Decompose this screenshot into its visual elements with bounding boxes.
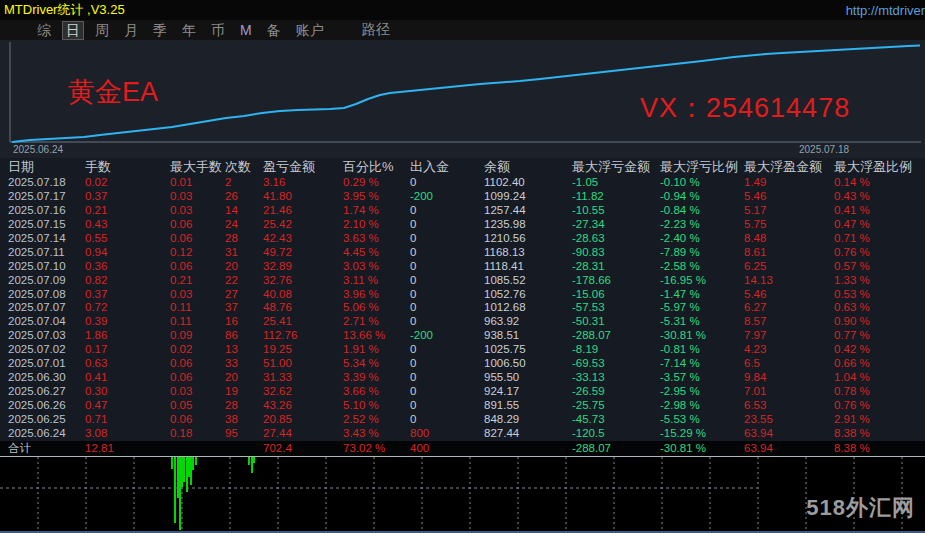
cell: 0 (410, 218, 484, 232)
cell: 1.91 % (343, 343, 410, 357)
cell: 0.06 (170, 260, 225, 274)
cell: 41.80 (263, 190, 343, 204)
column-header: 次数 (225, 158, 263, 176)
cell: 26 (225, 190, 263, 204)
table-row: 2025.06.300.410.062031.333.39 %0955.50-3… (0, 371, 925, 385)
cell: 33 (225, 357, 263, 371)
drawdown-canvas (0, 457, 925, 531)
cell: 2.52 % (343, 413, 410, 427)
menu-item-周[interactable]: 周 (92, 22, 112, 39)
menu-bar: 综日周月季年币M备账户 路径 (0, 20, 925, 40)
menu-item-M[interactable]: M (237, 22, 255, 39)
drawdown-bar (190, 457, 192, 485)
table-row: 2025.07.160.210.031421.461.74 %01257.44-… (0, 204, 925, 218)
app-url-link[interactable]: http://mtdriver. (846, 3, 925, 18)
cell: 32.76 (263, 274, 343, 288)
cell: 5.06 % (343, 301, 410, 315)
table-row: 2025.07.170.370.032641.803.95 %-2001099.… (0, 190, 925, 204)
cell: 19.25 (263, 343, 343, 357)
cell: 0.90 % (834, 315, 925, 329)
cell: -90.83 (572, 246, 660, 260)
cell: 31.33 (263, 371, 343, 385)
cell: 1.49 (744, 176, 834, 190)
cell: 0 (410, 204, 484, 218)
cell: 0 (410, 288, 484, 302)
cell: -200 (410, 329, 484, 343)
cell: 1102.40 (484, 176, 572, 190)
cell: 0.03 (170, 385, 225, 399)
cell: 23.55 (744, 413, 834, 427)
menu-item-日[interactable]: 日 (63, 22, 83, 39)
cell: 42.43 (263, 232, 343, 246)
cell: 0.18 (170, 427, 225, 441)
cell: 0.06 (170, 232, 225, 246)
cell: 1.74 % (343, 204, 410, 218)
cell: 0.78 % (834, 385, 925, 399)
cell: 32.62 (263, 385, 343, 399)
column-header: 最大浮盈金额 (744, 158, 834, 176)
cell: 3.03 % (343, 260, 410, 274)
cell: -2.95 % (660, 385, 744, 399)
cell: 1006.50 (484, 357, 572, 371)
cell: 14 (225, 204, 263, 218)
cell: 1.04 % (834, 371, 925, 385)
cell: 827.44 (484, 427, 572, 441)
chart-start-date-label: 2025.06.24 (13, 144, 63, 155)
cell: 0.41 (85, 371, 170, 385)
cell: 848.29 (484, 413, 572, 427)
cell: 0.72 (85, 301, 170, 315)
menu-item-账户[interactable]: 账户 (293, 22, 327, 39)
table-row: 2025.07.110.940.123149.724.45 %01168.13-… (0, 246, 925, 260)
cell: -120.5 (572, 427, 660, 441)
menu-item-币[interactable]: 币 (208, 22, 228, 39)
table-row: 2025.06.243.080.189527.443.43 %800827.44… (0, 427, 925, 441)
menu-item-综[interactable]: 综 (34, 22, 54, 39)
cell: 6.5 (744, 357, 834, 371)
cell: 0.71 (85, 413, 170, 427)
cell: 38 (225, 413, 263, 427)
cell: 1235.98 (484, 218, 572, 232)
cell: 0 (410, 232, 484, 246)
cell: 6.27 (744, 301, 834, 315)
total-cell (484, 441, 572, 456)
column-header: 日期 (0, 158, 85, 176)
cell: -2.98 % (660, 399, 744, 413)
cell: 0 (410, 413, 484, 427)
cell: -30.81 % (660, 329, 744, 343)
menu-item-月[interactable]: 月 (121, 22, 141, 39)
cell: 2025.07.03 (0, 329, 85, 343)
table-row: 2025.07.010.630.063351.005.34 %01006.50-… (0, 357, 925, 371)
column-header: 出入金 (410, 158, 484, 176)
cell: -11.82 (572, 190, 660, 204)
cell: 2025.07.09 (0, 274, 85, 288)
cell: 0.09 (170, 329, 225, 343)
cell: 0 (410, 357, 484, 371)
cell: 963.92 (484, 315, 572, 329)
cell: -33.13 (572, 371, 660, 385)
menu-item-备[interactable]: 备 (264, 22, 284, 39)
cell: 1012.68 (484, 301, 572, 315)
cell: 1085.52 (484, 274, 572, 288)
cell: 21.46 (263, 204, 343, 218)
cell: 0.39 (85, 315, 170, 329)
cell: 1118.41 (484, 260, 572, 274)
table-row: 2025.06.260.470.052843.265.10 %0891.55-2… (0, 399, 925, 413)
cell: 2.10 % (343, 218, 410, 232)
drawdown-bar (192, 457, 194, 470)
cell: 0 (410, 246, 484, 260)
cell: -16.95 % (660, 274, 744, 288)
cell: -0.10 % (660, 176, 744, 190)
cell: -25.75 (572, 399, 660, 413)
cell: 0.82 (85, 274, 170, 288)
menu-item-季[interactable]: 季 (150, 22, 170, 39)
cell: -8.19 (572, 343, 660, 357)
menu-item-年[interactable]: 年 (179, 22, 199, 39)
cell: 40.08 (263, 288, 343, 302)
cell: 1210.56 (484, 232, 572, 246)
cell: 3.39 % (343, 371, 410, 385)
cell: -69.53 (572, 357, 660, 371)
cell: 0.02 (170, 343, 225, 357)
total-cell: 702.4 (263, 441, 343, 456)
menu-item-path[interactable]: 路径 (362, 21, 390, 39)
cell: 24 (225, 218, 263, 232)
